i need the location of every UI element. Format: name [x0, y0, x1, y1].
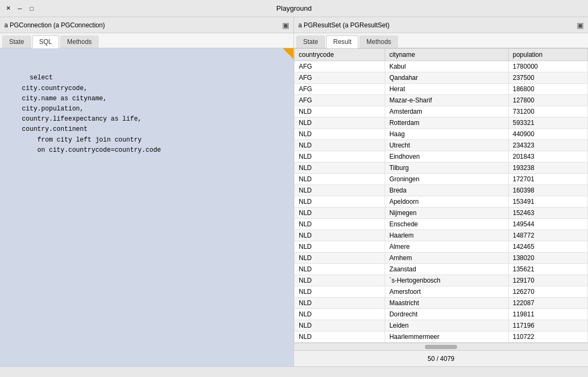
- table-row: AFGMazar-e-Sharif127800: [295, 95, 588, 106]
- table-cell: NLD: [295, 185, 385, 196]
- table-cell: AFG: [295, 61, 385, 72]
- table-cell: Haag: [385, 129, 508, 140]
- table-cell: NLD: [295, 286, 385, 298]
- col-header-countrycode: countrycode: [295, 49, 385, 61]
- table-cell: 1780000: [508, 61, 587, 72]
- table-cell: 440900: [508, 129, 587, 140]
- table-cell: 149544: [508, 219, 587, 230]
- table-row: NLDHaarlem148772: [295, 230, 588, 241]
- right-panel-title: a PGResultSet (a PGResultSet): [298, 21, 389, 29]
- table-cell: 237500: [508, 72, 587, 84]
- table-cell: NLD: [295, 230, 385, 241]
- table-cell: 234323: [508, 140, 587, 151]
- table-cell: Herat: [385, 84, 508, 95]
- table-cell: NLD: [295, 298, 385, 309]
- scroll-thumb[interactable]: [425, 345, 457, 349]
- table-cell: 148772: [508, 230, 587, 241]
- table-row: NLDLeiden117196: [295, 320, 588, 331]
- table-cell: 129170: [508, 275, 587, 286]
- table-cell: Almere: [385, 241, 508, 253]
- right-panel-header: a PGResultSet (a PGResultSet) ▣: [294, 17, 588, 33]
- main-area: a PGConnection (a PGConnection) ▣ State …: [0, 17, 588, 366]
- result-table: countrycode cityname population AFGKabul…: [294, 48, 588, 343]
- close-button[interactable]: ✕: [4, 5, 12, 12]
- table-cell: NLD: [295, 219, 385, 230]
- table-cell: Tilburg: [385, 162, 508, 174]
- table-cell: 186800: [508, 84, 587, 95]
- table-cell: Groningen: [385, 174, 508, 185]
- table-row: NLD´s-Hertogenbosch129170: [295, 275, 588, 286]
- table-cell: 201843: [508, 151, 587, 162]
- table-cell: 593321: [508, 117, 587, 129]
- table-cell: Haarlemmermeer: [385, 331, 508, 343]
- col-header-cityname: cityname: [385, 49, 508, 61]
- table-row: NLDDordrecht119811: [295, 309, 588, 320]
- table-cell: 172701: [508, 174, 587, 185]
- tab-sql[interactable]: SQL: [32, 35, 59, 48]
- table-cell: AFG: [295, 84, 385, 95]
- table-row: AFGKabul1780000: [295, 61, 588, 72]
- horizontal-scrollbar[interactable]: [294, 343, 588, 350]
- result-table-container[interactable]: countrycode cityname population AFGKabul…: [294, 48, 588, 343]
- table-cell: Kabul: [385, 61, 508, 72]
- left-panel-icon[interactable]: ▣: [282, 21, 289, 29]
- table-cell: NLD: [295, 253, 385, 264]
- table-cell: NLD: [295, 162, 385, 174]
- table-cell: NLD: [295, 241, 385, 253]
- table-cell: 160398: [508, 185, 587, 196]
- table-cell: NLD: [295, 140, 385, 151]
- tab-methods-right[interactable]: Methods: [359, 35, 398, 48]
- maximize-button[interactable]: □: [28, 5, 35, 12]
- table-cell: NLD: [295, 320, 385, 331]
- table-row: NLDHaag440900: [295, 129, 588, 140]
- right-panel-icon[interactable]: ▣: [577, 21, 584, 29]
- table-cell: 142465: [508, 241, 587, 253]
- table-cell: ´s-Hertogenbosch: [385, 275, 508, 286]
- table-cell: Nijmegen: [385, 208, 508, 219]
- result-area: countrycode cityname population AFGKabul…: [294, 48, 588, 366]
- table-cell: 135621: [508, 264, 587, 275]
- window-controls: ✕ ─ □: [4, 5, 35, 12]
- table-header-row: countrycode cityname population: [295, 49, 588, 61]
- table-row: NLDEindhoven201843: [295, 151, 588, 162]
- table-cell: Leiden: [385, 320, 508, 331]
- table-cell: NLD: [295, 151, 385, 162]
- table-row: AFGQandahar237500: [295, 72, 588, 84]
- table-cell: 122087: [508, 298, 587, 309]
- table-cell: NLD: [295, 309, 385, 320]
- tab-result[interactable]: Result: [326, 35, 358, 48]
- left-panel-header: a PGConnection (a PGConnection) ▣: [0, 17, 293, 33]
- table-cell: Haarlem: [385, 230, 508, 241]
- sql-editor[interactable]: select city.countrycode, city.name as ci…: [0, 48, 293, 366]
- table-row: NLDBreda160398: [295, 185, 588, 196]
- table-cell: Maastricht: [385, 298, 508, 309]
- table-cell: AFG: [295, 72, 385, 84]
- table-row: NLDGroningen172701: [295, 174, 588, 185]
- minimize-button[interactable]: ─: [16, 5, 24, 12]
- table-body: AFGKabul1780000AFGQandahar237500AFGHerat…: [295, 61, 588, 343]
- table-row: NLDAmsterdam731200: [295, 106, 588, 117]
- sql-corner-marker: [283, 48, 293, 59]
- table-cell: Amsterdam: [385, 106, 508, 117]
- table-cell: 119811: [508, 309, 587, 320]
- table-cell: Apeldoorn: [385, 196, 508, 208]
- table-cell: NLD: [295, 117, 385, 129]
- table-row: NLDUtrecht234323: [295, 140, 588, 151]
- table-cell: 138020: [508, 253, 587, 264]
- table-row: NLDMaastricht122087: [295, 298, 588, 309]
- table-header: countrycode cityname population: [295, 49, 588, 61]
- table-cell: 731200: [508, 106, 587, 117]
- tab-methods-left[interactable]: Methods: [60, 35, 99, 48]
- left-panel-title: a PGConnection (a PGConnection): [4, 21, 105, 29]
- table-row: NLDNijmegen152463: [295, 208, 588, 219]
- table-cell: NLD: [295, 196, 385, 208]
- col-header-population: population: [508, 49, 587, 61]
- table-row: NLDZaanstad135621: [295, 264, 588, 275]
- table-cell: NLD: [295, 264, 385, 275]
- tab-state-left[interactable]: State: [2, 35, 31, 48]
- table-cell: 110722: [508, 331, 587, 343]
- table-cell: NLD: [295, 174, 385, 185]
- tab-state-right[interactable]: State: [296, 35, 325, 48]
- table-cell: 126270: [508, 286, 587, 298]
- sql-content: select city.countrycode, city.name as ci…: [6, 74, 161, 153]
